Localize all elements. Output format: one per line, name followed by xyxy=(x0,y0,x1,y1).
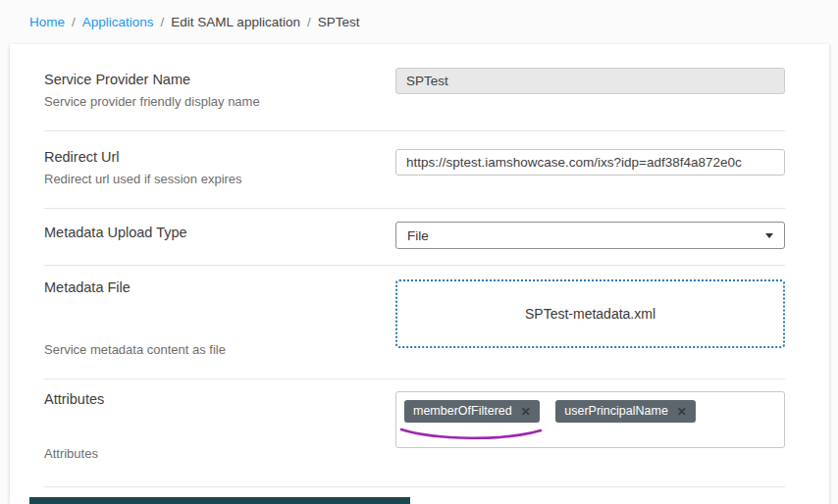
redirect-url-input[interactable] xyxy=(395,149,785,176)
breadcrumb-link-applications[interactable]: Applications xyxy=(82,15,154,29)
breadcrumb-item-edit-saml-application: Edit SAML application xyxy=(171,15,300,29)
metadata-upload-type-value: File xyxy=(407,228,429,243)
footer-bar xyxy=(29,497,410,504)
breadcrumb-separator: / xyxy=(72,15,76,29)
attribute-chip: memberOfFiltered ✕ xyxy=(404,400,540,423)
attribute-chip-label: userPrincipalName xyxy=(564,404,668,419)
attributes-label: Attributes xyxy=(44,391,395,407)
metadata-upload-type-label: Metadata Upload Type xyxy=(44,225,395,240)
metadata-file-label: Metadata File xyxy=(44,279,395,295)
metadata-file-dropzone[interactable]: SPTest-metadata.xml xyxy=(395,279,785,348)
breadcrumb-separator: / xyxy=(161,15,165,29)
field-row-service-provider-name: Service Provider Name Service provider f… xyxy=(44,44,785,131)
breadcrumb-link-home[interactable]: Home xyxy=(29,15,65,29)
breadcrumb: Home / Applications / Edit SAML applicat… xyxy=(0,0,838,29)
field-row-redirect-url: Redirect Url Redirect url used if sessio… xyxy=(44,131,785,209)
attributes-help: Attributes xyxy=(44,446,395,461)
field-row-metadata-upload-type: Metadata Upload Type File xyxy=(44,209,785,266)
attribute-chip-label: memberOfFiltered xyxy=(413,404,512,419)
remove-attribute-icon[interactable]: ✕ xyxy=(521,406,531,418)
edit-saml-application-form: Service Provider Name Service provider f… xyxy=(10,44,829,504)
attribute-chip: userPrincipalName ✕ xyxy=(555,400,696,423)
attributes-input[interactable]: memberOfFiltered ✕ userPrincipalName ✕ xyxy=(395,391,785,448)
field-row-metadata-file: Metadata File Service metadata content a… xyxy=(44,266,785,379)
metadata-upload-type-select[interactable]: File xyxy=(395,222,785,249)
metadata-file-help: Service metadata content as file xyxy=(44,342,395,357)
field-row-attributes: Attributes Attributes memberOfFiltered ✕… xyxy=(44,379,785,487)
breadcrumb-item-sptest: SPTest xyxy=(318,15,360,29)
redirect-url-label: Redirect Url xyxy=(44,149,395,165)
service-provider-name-label: Service Provider Name xyxy=(44,72,395,87)
remove-attribute-icon[interactable]: ✕ xyxy=(677,406,687,418)
redirect-url-help: Redirect url used if session expires xyxy=(44,172,395,186)
chevron-down-icon xyxy=(765,233,773,238)
purple-underline-annotation xyxy=(397,427,545,442)
service-provider-name-input[interactable] xyxy=(395,68,785,94)
service-provider-name-help: Service provider friendly display name xyxy=(44,94,395,109)
metadata-file-name: SPTest-metadata.xml xyxy=(525,306,655,322)
breadcrumb-separator: / xyxy=(307,15,311,29)
